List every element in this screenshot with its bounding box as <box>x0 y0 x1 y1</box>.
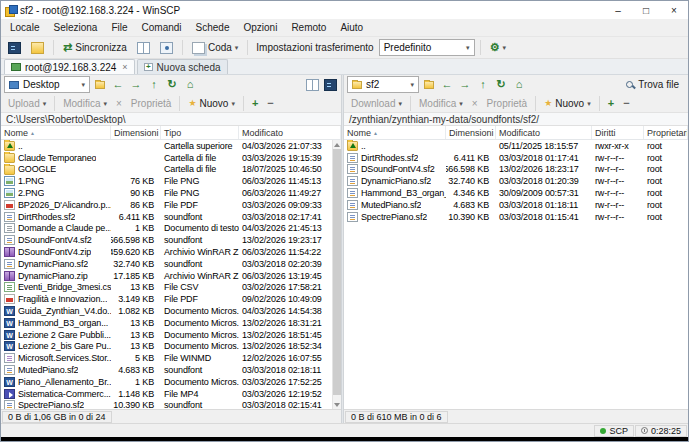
transfer-options-button[interactable]: ⚙▾ <box>486 39 510 57</box>
menu-item-locale[interactable]: Locale <box>3 19 46 36</box>
table-row[interactable]: Hammond_B3_organ_...4.346 KB30/09/2009 0… <box>344 187 688 199</box>
menu-item-remoto[interactable]: Remoto <box>284 19 333 36</box>
table-row[interactable]: Claude TemporaneoCartella di file03/03/2… <box>1 152 332 164</box>
parent-directory-button[interactable]: ↑ <box>475 77 491 93</box>
minimize-button[interactable]: – <box>604 1 632 19</box>
menu-item-comandi[interactable]: Comandi <box>135 19 189 36</box>
column-header-nome[interactable]: Nome▲ <box>344 126 446 139</box>
upload-button[interactable]: Upload▾ <box>4 95 50 111</box>
column-header-tipo[interactable]: Tipo <box>161 126 239 139</box>
table-row[interactable]: 2.PNG90 KBFile PNG06/03/2026 11:49:27 <box>1 187 332 199</box>
forward-button[interactable]: → <box>128 77 144 93</box>
new-button[interactable]: ★Nuovo▾ <box>184 95 239 111</box>
select-add-button[interactable]: + <box>604 95 618 111</box>
table-row[interactable]: Hammond_B3_organ...13 KBDocumento Micros… <box>1 317 332 329</box>
select-remove-button[interactable]: − <box>619 95 633 111</box>
column-header-dimensioni[interactable]: Dimensioni <box>446 126 496 139</box>
session-tab[interactable]: root@192.168.3.224 × <box>4 59 135 74</box>
table-row[interactable]: DynamicPiano.sf232.740 KBsoundfont03/03/… <box>1 258 332 270</box>
console-button[interactable] <box>322 77 338 93</box>
table-row[interactable]: SpectrePiano.sf210.390 KBsoundfont03/03/… <box>1 400 332 409</box>
delete-button[interactable]: × <box>468 95 482 111</box>
remote-drive-combo[interactable]: sf2 ▾ <box>347 76 419 93</box>
terminal-icon <box>8 42 21 54</box>
menu-item-file[interactable]: File <box>104 19 134 36</box>
column-header-nome[interactable]: Nome▲ <box>1 126 111 139</box>
table-row[interactable]: DirtRhodes.sf26.411 KB03/03/2018 01:17:4… <box>344 152 688 164</box>
find-files-button[interactable]: Trova file <box>619 77 685 93</box>
synchronize-button[interactable]: ⇄Sincronizza <box>59 39 131 57</box>
table-row[interactable]: SpectrePiano.sf210.390 KB03/03/2018 01:1… <box>344 211 688 223</box>
table-row[interactable]: Domande a Claude pe...1 KBDocumento di t… <box>1 223 332 235</box>
table-row[interactable]: DynamicPiano.sf232.740 KB03/03/2018 01:2… <box>344 175 688 187</box>
new-button[interactable]: ★Nuovo▾ <box>540 95 595 111</box>
bookmark-folder-icon <box>424 81 434 89</box>
delete-button[interactable]: × <box>112 95 126 111</box>
table-row[interactable]: Fragilità e Innovazion...3.149 KBFile PD… <box>1 293 332 305</box>
scroll-down-icon[interactable] <box>333 400 341 409</box>
local-path-bar[interactable]: C:\Users\Roberto\Desktop\ <box>1 113 341 126</box>
preview-button[interactable] <box>156 39 177 57</box>
refresh-button[interactable]: ↻ <box>164 77 180 93</box>
table-row[interactable]: Lezione 2 Gare Pubbli...13 KBDocumento M… <box>1 329 332 341</box>
directory-tree-button[interactable] <box>304 77 320 93</box>
scrollbar-thumb[interactable] <box>333 149 341 395</box>
panels-layout-button[interactable] <box>133 39 154 57</box>
table-row[interactable]: MutedPiano.sf24.683 KB03/03/2018 01:18:1… <box>344 199 688 211</box>
forward-button[interactable]: → <box>457 77 473 93</box>
back-button[interactable]: ← <box>439 77 455 93</box>
transfer-profile-combo[interactable]: Predefinito▾ <box>379 39 475 56</box>
bookmark-button[interactable] <box>92 77 108 93</box>
table-row[interactable]: DSoundFontV4.sf2566.598 KBsoundfont13/02… <box>1 234 332 246</box>
back-button[interactable]: ← <box>110 77 126 93</box>
download-button[interactable]: Download▾ <box>347 95 406 111</box>
local-drive-combo[interactable]: Desktop ▾ <box>4 76 90 93</box>
select-remove-button[interactable]: − <box>263 95 277 111</box>
column-header-proprietario[interactable]: Proprietario <box>644 126 688 139</box>
menu-item-seleziona[interactable]: Seleziona <box>46 19 104 36</box>
column-header-diritti[interactable]: Diritti <box>592 126 644 139</box>
table-row[interactable]: Lezione 2_bis Gare Pu...13 KBDocumento M… <box>1 341 332 353</box>
column-header-dimensioni[interactable]: Dimensioni <box>111 126 161 139</box>
column-header-modificato[interactable]: Modificato <box>239 126 341 139</box>
open-terminal-button[interactable] <box>4 39 25 57</box>
table-row[interactable]: DSoundFontV4.zip459.620 KBArchivio WinRA… <box>1 246 332 258</box>
parent-directory-button[interactable]: ↑ <box>146 77 162 93</box>
select-add-button[interactable]: + <box>248 95 262 111</box>
properties-button[interactable]: Proprietà <box>127 95 176 111</box>
table-row[interactable]: ..05/11/2025 18:15:57rwxr-xr-xroot <box>344 140 688 152</box>
edit-button[interactable]: Modifica▾ <box>59 95 111 111</box>
menu-item-aiuto[interactable]: Aiuto <box>333 19 370 36</box>
table-row[interactable]: DynamicPiano.zip17.185 KBArchivio WinRAR… <box>1 270 332 282</box>
table-row[interactable]: Sistematica-Commerc...1.148 KBFile MP403… <box>1 388 332 400</box>
properties-button[interactable]: Proprietà <box>483 95 532 111</box>
edit-button[interactable]: Modifica▾ <box>415 95 467 111</box>
table-row[interactable]: BP2026_D'Alicandro.p...86 KBFile PDF03/0… <box>1 199 332 211</box>
table-row[interactable]: Piano_Allenamento_Br...1 KBDocumento Mic… <box>1 376 332 388</box>
table-row[interactable]: DirtRhodes.sf26.411 KBsoundfont03/03/201… <box>1 211 332 223</box>
table-row[interactable]: Guida_Zynthian_V4.do...1.082 KBDocumento… <box>1 305 332 317</box>
table-row[interactable]: DSoundFontV4.sf2566.598 KB13/02/2026 18:… <box>344 164 688 176</box>
table-row[interactable]: ..Cartella superiore04/03/2026 21:07:33 <box>1 140 332 152</box>
table-row[interactable]: GOOGLECartella di file18/07/2025 10:46:5… <box>1 164 332 176</box>
remote-path-bar[interactable]: /zynthian/zynthian-my-data/soundfonts/sf… <box>344 113 688 126</box>
menu-item-opzioni[interactable]: Opzioni <box>236 19 284 36</box>
maximize-button[interactable]: □ <box>632 1 660 19</box>
bookmark-button[interactable] <box>421 77 437 93</box>
home-directory-button[interactable]: ⌂ <box>511 77 527 93</box>
close-button[interactable]: × <box>660 1 688 19</box>
queue-button[interactable]: Coda▾ <box>188 39 242 57</box>
open-directory-button[interactable] <box>27 39 48 57</box>
table-row[interactable]: Microsoft.Services.Stor...5 KBFile WINMD… <box>1 352 332 364</box>
table-row[interactable]: MutedPiano.sf24.683 KBsoundfont03/03/201… <box>1 364 332 376</box>
home-directory-button[interactable]: ⌂ <box>182 77 198 93</box>
vertical-scrollbar[interactable] <box>332 140 341 409</box>
menu-item-schede[interactable]: Schede <box>189 19 237 36</box>
refresh-button[interactable]: ↻ <box>493 77 509 93</box>
scroll-up-icon[interactable] <box>333 140 341 149</box>
close-tab-icon[interactable]: × <box>120 62 127 72</box>
column-header-modificato[interactable]: Modificato <box>496 126 592 139</box>
table-row[interactable]: 1.PNG76 KBFile PNG06/03/2026 11:45:13 <box>1 175 332 187</box>
new-tab-button[interactable]: Nuova scheda <box>137 59 228 74</box>
table-row[interactable]: Eventi_Bridge_3mesi.csv13 KBFile CSV03/0… <box>1 282 332 294</box>
